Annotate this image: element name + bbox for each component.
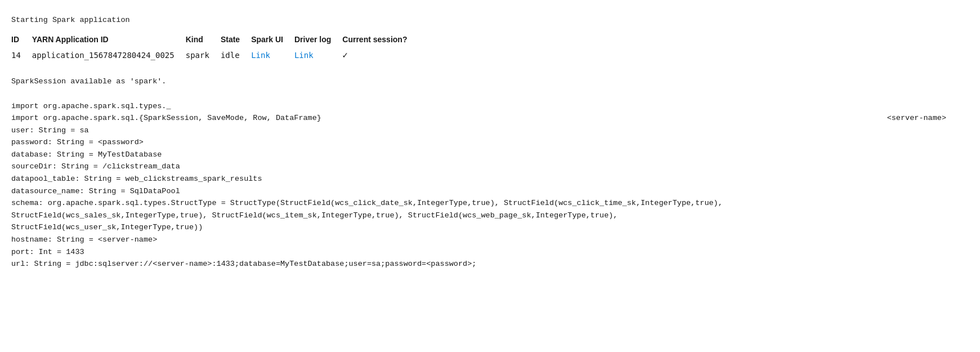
cell-current-session: ✓ [342, 47, 418, 63]
col-id: ID [11, 32, 32, 47]
cell-spark-ui[interactable]: Link [251, 47, 294, 63]
code-block: import org.apache.spark.sql.types._impor… [11, 100, 969, 270]
spark-session-text: SparkSession available as 'spark'. [11, 76, 969, 87]
code-line: StructField(wcs_sales_sk,IntegerType,tru… [11, 210, 969, 222]
code-line: database: String = MyTestDatabase [11, 149, 969, 161]
cell-id: 14 [11, 47, 32, 63]
col-driver-log: Driver log [294, 32, 342, 47]
code-line: sourceDir: String = /clickstream_data [11, 161, 969, 173]
code-line: import org.apache.spark.sql.types._ [11, 100, 969, 113]
code-line: schema: org.apache.spark.sql.types.Struc… [11, 197, 969, 210]
code-line: datapool_table: String = web_clickstream… [11, 173, 969, 185]
cell-driver-log[interactable]: Link [294, 47, 342, 63]
session-table: ID YARN Application ID Kind State Spark … [11, 32, 418, 63]
starting-text: Starting Spark application [11, 15, 969, 26]
table-header-row: ID YARN Application ID Kind State Spark … [11, 32, 418, 47]
code-line: password: String = <password> [11, 136, 969, 149]
cell-kind: spark [186, 47, 221, 63]
code-line: url: String = jdbc:sqlserver://<server-n… [11, 258, 969, 270]
output-container: Starting Spark application ID YARN Appli… [11, 9, 969, 276]
driver-log-link[interactable]: Link [294, 51, 314, 60]
table-section: ID YARN Application ID Kind State Spark … [11, 32, 969, 63]
code-line: hostname: String = <server-name> [11, 234, 969, 246]
spark-ui-link[interactable]: Link [251, 51, 270, 60]
col-state: State [221, 32, 251, 47]
code-line: datasource_name: String = SqlDataPool [11, 185, 969, 198]
col-yarn-app-id: YARN Application ID [32, 32, 186, 47]
code-line: port: Int = 1433 [11, 246, 969, 259]
code-line: StructField(wcs_user_sk,IntegerType,true… [11, 221, 969, 234]
table-row: 14application_1567847280424_0025sparkidl… [11, 47, 418, 63]
col-spark-ui: Spark UI [251, 32, 294, 47]
col-current-session: Current session? [342, 32, 418, 47]
col-kind: Kind [186, 32, 221, 47]
cell-yarn-app-id: application_1567847280424_0025 [32, 47, 186, 63]
code-line: import org.apache.spark.sql.{SparkSessio… [11, 112, 969, 124]
code-line: user: String = sa [11, 124, 969, 137]
code-line-annotation: <server-name> [887, 112, 969, 124]
cell-state: idle [221, 47, 251, 63]
